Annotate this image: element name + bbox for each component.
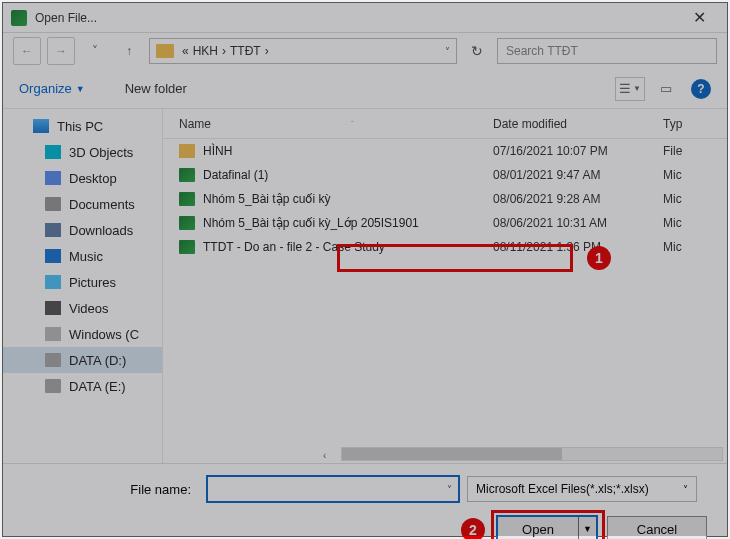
sidebar-label: This PC [57,119,103,134]
ico-pic-icon [45,275,61,289]
app-icon [11,10,27,26]
file-name: Datafinal (1) [203,168,268,182]
filename-row: File name: ˅ Microsoft Excel Files(*.xls… [19,476,711,502]
file-type: Mic [663,192,727,206]
excel-icon [179,168,195,182]
file-type: Mic [663,240,727,254]
ico-vid-icon [45,301,61,315]
breadcrumb-dropdown-icon[interactable]: ˅ [445,46,450,57]
horizontal-scrollbar[interactable] [341,447,723,461]
sidebar-item-pictures[interactable]: Pictures [3,269,162,295]
titlebar: Open File... ✕ [3,3,727,33]
sidebar-label: Documents [69,197,135,212]
folder-icon [156,44,174,58]
sidebar-item-data-e-[interactable]: DATA (E:) [3,373,162,399]
organize-menu[interactable]: Organize▼ [19,81,85,96]
breadcrumb[interactable]: « HKH › TTĐT › ˅ [149,38,457,64]
annotation-badge-1: 1 [587,246,611,270]
sidebar-label: DATA (E:) [69,379,126,394]
search-placeholder: Search TTĐT [506,44,578,58]
help-icon[interactable]: ? [691,79,711,99]
breadcrumb-sep: › [265,44,269,58]
nav-bar: ← → ˅ ↑ « HKH › TTĐT › ˅ ↻ Search TTĐT [3,33,727,69]
column-type[interactable]: Typ [663,117,727,131]
scrollbar-thumb[interactable] [342,448,562,460]
sidebar-item-videos[interactable]: Videos [3,295,162,321]
sidebar-item-downloads[interactable]: Downloads [3,217,162,243]
excel-icon [179,192,195,206]
collapse-chevron-icon[interactable]: ‹ [323,450,326,461]
file-date: 08/06/2021 9:28 AM [493,192,663,206]
toolbar: Organize▼ New folder ☰▼ ▭ ? [3,69,727,109]
file-date: 08/06/2021 10:31 AM [493,216,663,230]
search-input[interactable]: Search TTĐT [497,38,717,64]
ico-3d-icon [45,145,61,159]
forward-button[interactable]: → [47,37,75,65]
dropdown-icon[interactable]: ˅ [447,484,452,495]
filename-input[interactable]: ˅ [207,476,459,502]
sidebar-item-desktop[interactable]: Desktop [3,165,162,191]
open-split-dropdown-icon[interactable]: ▼ [578,517,596,539]
recent-dropdown[interactable]: ˅ [81,37,109,65]
filename-label: File name: [19,482,199,497]
preview-pane-icon[interactable]: ▭ [651,77,681,101]
breadcrumb-part[interactable]: TTĐT [230,44,261,58]
sort-indicator-icon: ˆ [351,119,354,128]
dropdown-icon: ˅ [683,484,688,495]
sidebar-item-documents[interactable]: Documents [3,191,162,217]
excel-icon [179,216,195,230]
file-row[interactable]: Nhóm 5_Bài tập cuối kỳ_Lớp 205IS190108/0… [163,211,727,235]
column-date[interactable]: Date modified [493,117,663,131]
sidebar-label: Desktop [69,171,117,186]
open-button[interactable]: Open ▼ [497,516,597,539]
sidebar-label: Music [69,249,103,264]
breadcrumb-sep: › [222,44,226,58]
column-headers: Nameˆ Date modified Typ [163,109,727,139]
file-date: 08/01/2021 9:47 AM [493,168,663,182]
file-row[interactable]: TTDT - Do an - file 2 - Case Study08/11/… [163,235,727,259]
filter-text: Microsoft Excel Files(*.xls;*.xlsx) [476,482,649,496]
annotation-badge-2: 2 [461,518,485,539]
file-row[interactable]: Datafinal (1)08/01/2021 9:47 AMMic [163,163,727,187]
sidebar-item-this-pc[interactable]: This PC [3,113,162,139]
breadcrumb-part[interactable]: HKH [193,44,218,58]
back-button[interactable]: ← [13,37,41,65]
folder-icon [179,144,195,158]
ico-music-icon [45,249,61,263]
column-name[interactable]: Nameˆ [163,117,493,131]
breadcrumb-prefix: « [182,44,189,58]
file-row[interactable]: HÌNH07/16/2021 10:07 PMFile [163,139,727,163]
ico-pc-icon [33,119,49,133]
sidebar-label: Videos [69,301,109,316]
file-date: 07/16/2021 10:07 PM [493,144,663,158]
up-button[interactable]: ↑ [115,37,143,65]
sidebar-item-data-d-[interactable]: DATA (D:) [3,347,162,373]
ico-drv-icon [45,379,61,393]
file-list: HÌNH07/16/2021 10:07 PMFileDatafinal (1)… [163,139,727,259]
ico-dl-icon [45,223,61,237]
file-type: File [663,144,727,158]
ico-drv-icon [45,353,61,367]
bottom-panel: File name: ˅ Microsoft Excel Files(*.xls… [3,463,727,539]
excel-icon [179,240,195,254]
close-icon[interactable]: ✕ [679,8,719,27]
file-type-filter[interactable]: Microsoft Excel Files(*.xls;*.xlsx) ˅ [467,476,697,502]
sidebar-label: Pictures [69,275,116,290]
file-type: Mic [663,216,727,230]
button-row: Open ▼ 2 Cancel [19,516,711,539]
file-row[interactable]: Nhóm 5_Bài tập cuối kỳ08/06/2021 9:28 AM… [163,187,727,211]
sidebar-item-3d-objects[interactable]: 3D Objects [3,139,162,165]
file-name: TTDT - Do an - file 2 - Case Study [203,240,385,254]
file-name: Nhóm 5_Bài tập cuối kỳ [203,192,330,206]
sidebar-label: DATA (D:) [69,353,126,368]
open-file-dialog: Open File... ✕ ← → ˅ ↑ « HKH › TTĐT › ˅ … [2,2,728,537]
dialog-body: This PC3D ObjectsDesktopDocumentsDownloa… [3,109,727,463]
file-name: HÌNH [203,144,232,158]
view-options-icon[interactable]: ☰▼ [615,77,645,101]
cancel-button[interactable]: Cancel [607,516,707,539]
refresh-button[interactable]: ↻ [463,38,491,64]
new-folder-button[interactable]: New folder [125,81,609,96]
window-title: Open File... [35,11,679,25]
sidebar-item-windows-c[interactable]: Windows (C [3,321,162,347]
sidebar-item-music[interactable]: Music [3,243,162,269]
